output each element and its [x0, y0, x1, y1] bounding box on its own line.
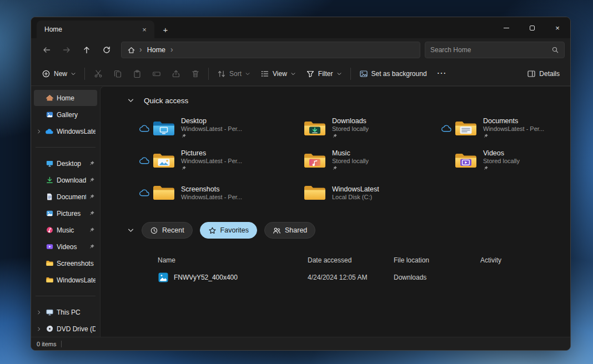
- sidebar-item-this-pc[interactable]: This PC: [34, 304, 97, 320]
- quick-access-tile-downloads[interactable]: Downloads Stored locally: [288, 112, 439, 144]
- refresh-button[interactable]: [97, 41, 117, 59]
- column-header-activity[interactable]: Activity: [480, 256, 561, 264]
- cut-button[interactable]: [88, 65, 108, 83]
- search-input[interactable]: [430, 46, 551, 54]
- breadcrumb[interactable]: › Home ›: [121, 42, 420, 58]
- rename-button[interactable]: [147, 65, 166, 83]
- copy-icon: [113, 69, 122, 78]
- chevron-right-icon[interactable]: [36, 129, 42, 134]
- sidebar-item-videos[interactable]: Videos: [34, 239, 97, 255]
- tab-shared-label: Shared: [285, 226, 307, 234]
- folder-icon: [153, 184, 175, 201]
- quick-access-tile-screenshots[interactable]: Screenshots WindowsLatest - Per...: [137, 176, 288, 209]
- sidebar-item-desktop[interactable]: Desktop: [34, 155, 97, 171]
- new-button[interactable]: New: [37, 65, 81, 83]
- filter-button[interactable]: Filter: [301, 65, 347, 83]
- sidebar-item-label: Pictures: [57, 210, 86, 218]
- breadcrumb-chevron[interactable]: ›: [139, 46, 142, 53]
- desktop-icon: [45, 159, 54, 168]
- folder-icon: [45, 259, 54, 268]
- sidebar-item-downloads[interactable]: Downloads: [34, 172, 97, 188]
- sidebar-item-gallery[interactable]: Gallery: [34, 107, 97, 123]
- sidebar-item-label: Home: [57, 94, 96, 102]
- section-collapse-chevron-icon[interactable]: [127, 227, 134, 234]
- search-box[interactable]: [425, 42, 565, 58]
- column-header-date-accessed[interactable]: Date accessed: [308, 256, 394, 264]
- set-as-background-label: Set as background: [371, 70, 427, 78]
- address-bar: › Home ›: [31, 38, 570, 62]
- copy-button[interactable]: [108, 65, 127, 83]
- column-header-name[interactable]: Name: [158, 256, 308, 264]
- tab-title: Home: [44, 26, 139, 33]
- chevron-down-icon: [71, 71, 76, 77]
- quick-access-tile-windowslatest[interactable]: WindowsLatest Local Disk (C:): [288, 176, 439, 209]
- window-controls: ×: [494, 17, 570, 38]
- section-collapse-chevron-icon[interactable]: [127, 97, 134, 104]
- up-button[interactable]: [77, 41, 97, 59]
- tile-name: Pictures: [181, 149, 242, 157]
- set-as-background-button[interactable]: Set as background: [354, 65, 432, 83]
- column-header-file-location[interactable]: File location: [394, 256, 480, 264]
- pin-icon: [332, 165, 369, 171]
- pin-icon: [332, 133, 369, 139]
- minimize-button[interactable]: [494, 17, 519, 38]
- table-row[interactable]: FNWVyY52_400x400 4/24/2024 12:05 AM Down…: [158, 267, 561, 287]
- pin-icon: [89, 210, 95, 216]
- tab-home[interactable]: Home ×: [37, 21, 154, 38]
- sidebar-item-music[interactable]: Music: [34, 222, 97, 238]
- forward-button[interactable]: [57, 41, 77, 59]
- view-button[interactable]: View: [255, 65, 301, 83]
- quick-access-tile-documents[interactable]: Documents WindowsLatest - Per...: [439, 112, 570, 144]
- breadcrumb-segment-home[interactable]: Home: [146, 46, 167, 54]
- delete-button[interactable]: [185, 65, 205, 83]
- quick-access-tile-pictures[interactable]: Pictures WindowsLatest - Per...: [137, 144, 288, 176]
- sidebar-item-label: Music: [57, 226, 86, 234]
- tab-favorites-label: Favorites: [220, 226, 249, 234]
- maximize-button[interactable]: [519, 17, 545, 38]
- table-header-row: Name Date accessed File location Activit…: [158, 253, 561, 267]
- close-button[interactable]: ×: [545, 17, 570, 38]
- quick-access-tile-music[interactable]: Music Stored locally: [288, 144, 439, 176]
- chevron-down-icon: [245, 71, 250, 77]
- tile-name: WindowsLatest: [332, 185, 379, 193]
- details-button[interactable]: Details: [522, 65, 565, 83]
- file-explorer-window: Home × + ×: [31, 17, 571, 351]
- quick-access-header: Quick access: [100, 91, 570, 110]
- gallery-icon: [45, 110, 54, 119]
- sidebar-item-home[interactable]: Home: [34, 90, 97, 106]
- sidebar-item-dvd-drive[interactable]: DVD Drive (D:) C: [34, 321, 97, 337]
- sidebar-item-label: DVD Drive (D:) C: [57, 325, 96, 333]
- desktop-wallpaper: Home × + ×: [0, 0, 593, 364]
- sidebar-item-windowslatest-folder[interactable]: WindowsLatest: [34, 272, 97, 288]
- paste-button[interactable]: [127, 65, 147, 83]
- chevron-right-icon[interactable]: [36, 326, 42, 332]
- tile-subtitle: Stored locally: [483, 158, 520, 164]
- sidebar-item-onedrive-windowslatest[interactable]: WindowsLatest -: [34, 123, 97, 139]
- cut-icon: [94, 69, 103, 78]
- more-icon: …: [436, 65, 446, 77]
- tab-recent[interactable]: Recent: [142, 222, 193, 239]
- tab-shared[interactable]: Shared: [264, 222, 315, 239]
- sidebar-item-label: Videos: [57, 243, 86, 251]
- tab-close-button[interactable]: ×: [139, 24, 150, 35]
- content-pane: Quick access Desktop WindowsLatest - Per…: [100, 86, 570, 337]
- music-icon: [45, 226, 54, 235]
- tab-favorites[interactable]: Favorites: [200, 222, 257, 239]
- documents-folder-icon: [455, 119, 477, 137]
- more-options-button[interactable]: …: [432, 65, 451, 83]
- tile-name: Music: [332, 149, 369, 157]
- sidebar-item-pictures[interactable]: Pictures: [34, 205, 97, 221]
- up-icon: [82, 46, 91, 54]
- breadcrumb-chevron[interactable]: ›: [170, 46, 173, 53]
- tile-subtitle: WindowsLatest - Per...: [181, 125, 242, 132]
- quick-access-tile-desktop[interactable]: Desktop WindowsLatest - Per...: [137, 112, 288, 144]
- new-tab-button[interactable]: +: [158, 22, 173, 37]
- chevron-right-icon[interactable]: [36, 310, 42, 315]
- sidebar-item-screenshots[interactable]: Screenshots: [34, 255, 97, 271]
- quick-access-tile-videos[interactable]: Videos Stored locally: [439, 144, 570, 176]
- this-pc-icon: [45, 308, 54, 317]
- share-button[interactable]: [166, 65, 185, 83]
- back-button[interactable]: [37, 41, 57, 59]
- sidebar-item-documents[interactable]: Documents: [34, 189, 97, 205]
- sort-button[interactable]: Sort: [212, 65, 255, 83]
